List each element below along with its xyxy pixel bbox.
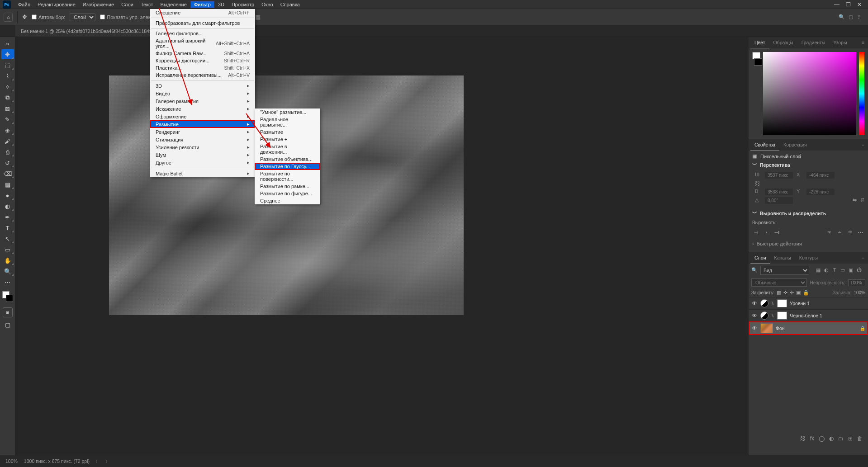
- minimize-icon[interactable]: —: [834, 1, 840, 8]
- blur-menu-item[interactable]: Размытие по рамке...: [255, 183, 320, 190]
- menu-file[interactable]: Файл: [14, 1, 34, 8]
- home-button[interactable]: ⌂: [4, 13, 13, 22]
- filter-menu-item[interactable]: Галерея фильтров...: [150, 30, 255, 37]
- align-left-icon[interactable]: ⫤: [753, 229, 759, 236]
- canvas-viewport[interactable]: [15, 37, 749, 455]
- tool-collapse[interactable]: »: [1, 38, 14, 48]
- menu-text[interactable]: Текст: [137, 1, 157, 8]
- flip-v-icon[interactable]: ⇵: [860, 197, 864, 204]
- color-swatch[interactable]: [2, 291, 13, 302]
- filter-menu-item[interactable]: Галерея размытия▸: [150, 97, 255, 105]
- align-right-icon[interactable]: ⫣: [774, 229, 780, 236]
- visibility-icon[interactable]: 👁: [751, 325, 758, 331]
- blur-menu-item[interactable]: Радиальное размытие...: [255, 116, 320, 128]
- layer-thumbnail[interactable]: [760, 323, 773, 333]
- mask-icon[interactable]: ◯: [819, 435, 825, 442]
- h-value[interactable]: 3538 пикс: [765, 189, 793, 195]
- panel-menu-icon[interactable]: ≡: [860, 37, 866, 48]
- filter-menu-item[interactable]: Magic Bullet▸: [150, 170, 255, 177]
- gradient-tool[interactable]: ▤: [1, 179, 14, 189]
- filter-menu-item[interactable]: Видео▸: [150, 90, 255, 97]
- visibility-icon[interactable]: 👁: [751, 312, 758, 319]
- blur-menu-item[interactable]: Размытие по поверхности...: [255, 170, 320, 183]
- lock-icon[interactable]: 🔒: [860, 326, 865, 331]
- lock-artboard-icon[interactable]: ▣: [796, 290, 801, 296]
- quick-mask[interactable]: ◙: [3, 307, 13, 317]
- blur-menu-item[interactable]: Размытие по фигуре...: [255, 190, 320, 197]
- show-transform-checkbox[interactable]: Показать упр. элем.: [100, 14, 153, 20]
- layer-row[interactable]: 👁 ⑊ Уровни 1: [749, 297, 868, 309]
- blur-menu-item[interactable]: Размытие по Гауссу...: [255, 163, 320, 170]
- filter-menu-item[interactable]: Фильтр Camera Raw...Shift+Ctrl+A: [150, 50, 255, 57]
- opacity-value[interactable]: 100%: [848, 279, 865, 286]
- layer-name[interactable]: Уровни 1: [790, 301, 865, 306]
- link-layers-icon[interactable]: ⛓: [800, 435, 806, 442]
- layer-mask[interactable]: [777, 311, 787, 320]
- filter-menu-item[interactable]: Коррекция дисторсии...Shift+Ctrl+R: [150, 57, 255, 64]
- filter-menu-item[interactable]: Адаптивный широкий угол...Alt+Shift+Ctrl…: [150, 37, 255, 50]
- filter-menu-item[interactable]: Стилизация▸: [150, 136, 255, 143]
- tab-swatches[interactable]: Образцы: [769, 37, 797, 48]
- adjustment-icon[interactable]: ◐: [829, 435, 834, 442]
- lock-position-icon[interactable]: ✜: [783, 290, 787, 296]
- pen-tool[interactable]: ✒: [1, 212, 14, 222]
- filter-adjust-icon[interactable]: ◐: [823, 267, 830, 273]
- new-layer-icon[interactable]: ⊞: [848, 435, 853, 442]
- path-tool[interactable]: ↖: [1, 234, 14, 244]
- zoom-value[interactable]: 100%: [5, 458, 18, 464]
- type-tool[interactable]: T: [1, 223, 14, 233]
- filter-menu-item[interactable]: Рендеринг▸: [150, 128, 255, 136]
- menu-filter[interactable]: Фильтр: [190, 1, 214, 8]
- tab-properties[interactable]: Свойства: [750, 139, 779, 151]
- fx-icon[interactable]: fx: [810, 435, 814, 442]
- flip-h-icon[interactable]: ⇋: [853, 197, 857, 204]
- filter-menu-item[interactable]: Исправление перспективы...Alt+Ctrl+V: [150, 71, 255, 79]
- blur-menu-item[interactable]: Размытие +: [255, 136, 320, 143]
- filter-menu-item[interactable]: Другое▸: [150, 159, 255, 166]
- filter-menu-item[interactable]: Преобразовать для смарт-фильтров: [150, 19, 255, 27]
- filter-toggle[interactable]: ⏻: [855, 267, 863, 273]
- layer-name[interactable]: Фон: [776, 325, 857, 331]
- tab-adjustments[interactable]: Коррекция: [779, 139, 811, 151]
- menu-image[interactable]: Изображение: [79, 1, 118, 8]
- blur-tool[interactable]: ●: [1, 190, 14, 200]
- color-fg-bg[interactable]: [752, 52, 760, 79]
- menu-window[interactable]: Окно: [258, 1, 277, 8]
- chevron-right-icon[interactable]: ›: [752, 241, 754, 246]
- filter-menu-item[interactable]: Усиление резкости▸: [150, 143, 255, 151]
- align-center-h-icon[interactable]: ⫠: [764, 229, 769, 236]
- trash-icon[interactable]: 🗑: [857, 435, 863, 442]
- filter-smart-icon[interactable]: ▣: [847, 267, 854, 273]
- visibility-icon[interactable]: 👁: [751, 300, 758, 307]
- blur-menu-item[interactable]: Размытие: [255, 128, 320, 136]
- align-more-icon[interactable]: ⋯: [858, 229, 863, 236]
- angle-value[interactable]: 0,00°: [765, 197, 793, 204]
- panel-menu-icon[interactable]: ≡: [860, 139, 866, 151]
- filter-menu-item[interactable]: Пластика...Shift+Ctrl+X: [150, 64, 255, 71]
- align-top-icon[interactable]: ⫧: [826, 229, 832, 236]
- doc-info[interactable]: 1000 пикс. x 675 пикс. (72 ppi): [24, 458, 90, 464]
- menu-3d[interactable]: 3D: [214, 1, 228, 8]
- align-header[interactable]: Выровнять и распределить: [760, 211, 826, 216]
- menu-edit[interactable]: Редактирование: [34, 1, 79, 8]
- autoselect-target[interactable]: Слой: [70, 13, 95, 21]
- menu-select[interactable]: Выделение: [157, 1, 190, 8]
- tab-color[interactable]: Цвет: [750, 37, 769, 48]
- filter-menu-item[interactable]: Шум▸: [150, 151, 255, 159]
- filter-menu-item[interactable]: Размытие▸: [150, 120, 255, 128]
- filter-menu-item[interactable]: СмещениеAlt+Ctrl+F: [150, 9, 255, 16]
- tab-paths[interactable]: Контуры: [795, 252, 822, 264]
- tab-channels[interactable]: Каналы: [770, 252, 795, 264]
- lock-pixels-icon[interactable]: ▦: [777, 290, 781, 296]
- maximize-icon[interactable]: ❐: [846, 1, 851, 8]
- 3d-icon[interactable]: ▦: [255, 14, 261, 20]
- eraser-tool[interactable]: ⌫: [1, 169, 14, 179]
- filter-shape-icon[interactable]: ▭: [839, 267, 846, 273]
- hue-slider[interactable]: [859, 52, 864, 135]
- align-center-v-icon[interactable]: ⫨: [837, 229, 843, 236]
- layer-row[interactable]: 👁 ⑊ Черно-белое 1: [749, 309, 868, 321]
- chevron-left-icon[interactable]: ‹: [106, 458, 108, 464]
- zoom-tool[interactable]: 🔍: [1, 266, 14, 276]
- blur-menu-item[interactable]: "Умное" размытие...: [255, 108, 320, 116]
- filter-menu-item[interactable]: 3D▸: [150, 82, 255, 90]
